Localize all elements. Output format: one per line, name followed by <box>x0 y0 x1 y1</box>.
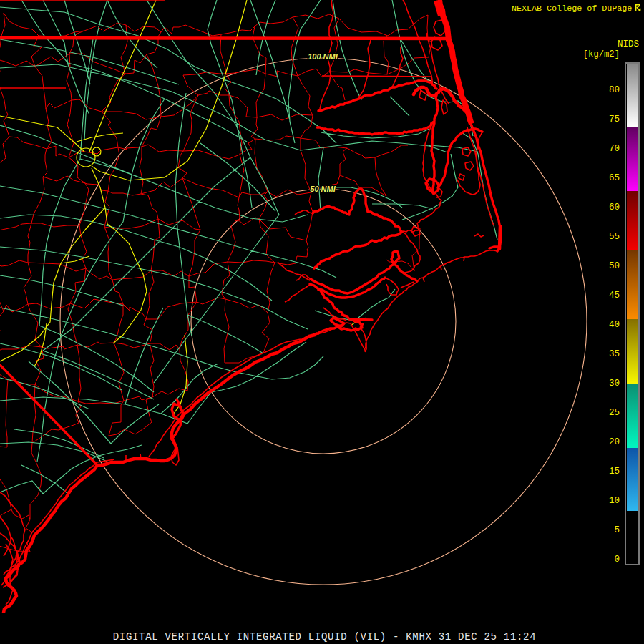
svg-text:35: 35 <box>609 349 620 359</box>
svg-text:60: 60 <box>609 203 620 213</box>
svg-text:45: 45 <box>609 291 620 301</box>
svg-text:75: 75 <box>609 114 620 125</box>
svg-text:10: 10 <box>609 496 620 506</box>
svg-text:30: 30 <box>609 379 620 389</box>
svg-text:70: 70 <box>609 144 620 154</box>
svg-text:40: 40 <box>609 320 620 330</box>
svg-text:[kg/m2]: [kg/m2] <box>583 49 620 59</box>
svg-text:25: 25 <box>609 408 620 418</box>
svg-text:80: 80 <box>609 85 620 95</box>
svg-text:DIGITAL VERTICALLY INTEGRATED: DIGITAL VERTICALLY INTEGRATED LIQUID (VI… <box>113 631 537 643</box>
svg-text:65: 65 <box>609 173 620 183</box>
svg-text:50 NMI: 50 NMI <box>310 185 336 193</box>
svg-text:NEXLAB-College of DuPage: NEXLAB-College of DuPage <box>512 4 632 14</box>
svg-text:NIDS: NIDS <box>618 39 639 49</box>
svg-text:100 NMI: 100 NMI <box>308 52 338 61</box>
svg-text:5: 5 <box>614 525 620 535</box>
svg-text:55: 55 <box>609 232 620 242</box>
svg-text:0: 0 <box>614 555 620 565</box>
svg-text:15: 15 <box>609 467 620 477</box>
svg-text:50: 50 <box>609 261 620 271</box>
svg-text:20: 20 <box>609 437 620 447</box>
